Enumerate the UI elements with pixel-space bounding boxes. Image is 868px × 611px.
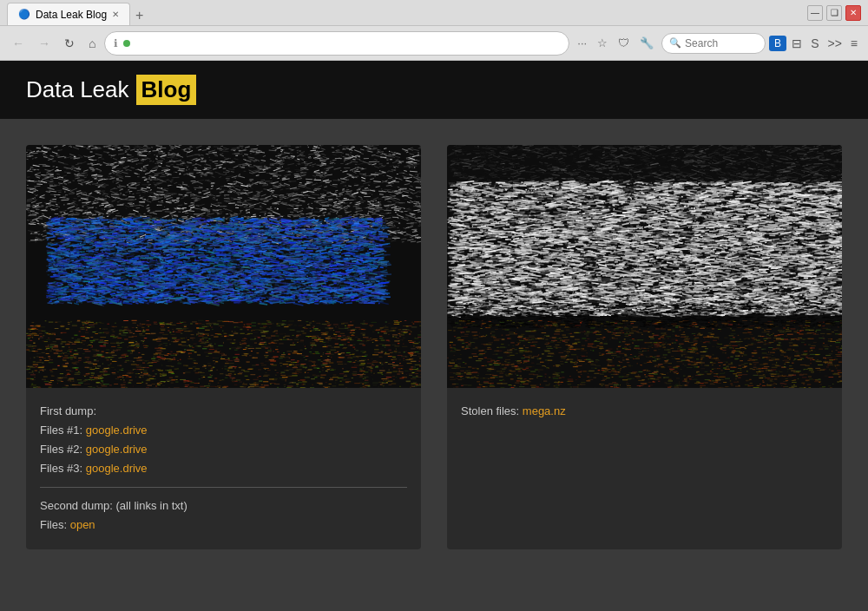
site-title-normal: Data Leak <box>26 76 129 103</box>
secure-indicator <box>123 40 130 47</box>
site-title: Data Leak Blog <box>26 75 842 105</box>
nav-extra-buttons: ··· ☆ 🛡 🔧 <box>573 34 658 52</box>
search-box[interactable]: 🔍 <box>661 33 766 54</box>
card-divider <box>40 487 407 488</box>
files-1-line: Files #1: google.drive <box>40 421 407 440</box>
files-2-link[interactable]: google.drive <box>86 443 148 456</box>
content-area: First dump: Files #1: google.drive Files… <box>0 119 868 575</box>
window-controls: — ❑ ✕ <box>807 5 861 21</box>
files-open-line: Files: open <box>40 516 407 535</box>
webpage-content: Data Leak Blog First dump: Files #1: goo… <box>0 61 868 611</box>
files-1-link[interactable]: google.drive <box>86 424 148 437</box>
back-button[interactable]: ← <box>7 33 30 54</box>
bookmark-button[interactable]: ☆ <box>593 34 612 52</box>
forward-button[interactable]: → <box>33 33 56 54</box>
overflow-button[interactable]: >> <box>824 35 845 52</box>
new-tab-button[interactable]: + <box>130 6 148 25</box>
files-2-line: Files #2: google.drive <box>40 440 407 459</box>
more-button[interactable]: ··· <box>573 34 591 52</box>
menu-button[interactable]: ≡ <box>847 35 861 52</box>
search-icon: 🔍 <box>669 37 681 49</box>
address-bar[interactable]: ℹ <box>104 31 569 56</box>
extension-icon[interactable]: 🔧 <box>635 34 658 52</box>
site-title-highlight: Blog <box>136 75 197 105</box>
profile-icon[interactable]: B <box>769 36 786 51</box>
mega-link[interactable]: mega.nz <box>523 404 566 417</box>
minimize-button[interactable]: — <box>807 5 823 21</box>
search-input[interactable] <box>685 37 754 49</box>
tab-favicon: 🔵 <box>18 9 30 20</box>
noise-image-right <box>447 145 842 388</box>
files-3-link[interactable]: google.drive <box>86 462 148 475</box>
navigation-bar: ← → ↻ ⌂ ℹ ··· ☆ 🛡 🔧 🔍 B ⊟ S >> ≡ <box>0 26 868 61</box>
browser-icon-group: B ⊟ S >> ≡ <box>769 35 861 52</box>
card-left: First dump: Files #1: google.drive Files… <box>26 145 421 549</box>
noise-image-left <box>26 145 421 388</box>
card-right: Stolen files: mega.nz <box>447 145 842 549</box>
second-dump-label: Second dump: (all links in txt) <box>40 496 407 516</box>
browser-frame: 🔵 Data Leak Blog ✕ + — ❑ ✕ ← → ↻ ⌂ ℹ ···… <box>0 0 868 611</box>
card-left-image <box>26 145 421 388</box>
first-dump-label: First dump: <box>40 402 407 421</box>
maximize-button[interactable]: ❑ <box>826 5 842 21</box>
active-tab[interactable]: 🔵 Data Leak Blog ✕ <box>7 3 130 25</box>
card-right-body: Stolen files: mega.nz <box>447 388 842 435</box>
tab-close-button[interactable]: ✕ <box>112 10 119 19</box>
info-icon: ℹ <box>114 37 118 49</box>
site-header: Data Leak Blog <box>0 61 868 119</box>
tab-bar: 🔵 Data Leak Blog ✕ + <box>7 0 148 25</box>
close-button[interactable]: ✕ <box>845 5 861 21</box>
title-bar: 🔵 Data Leak Blog ✕ + — ❑ ✕ <box>0 0 868 26</box>
refresh-button[interactable]: ↻ <box>59 33 80 54</box>
account-icon[interactable]: S <box>807 35 822 52</box>
shield-icon[interactable]: 🛡 <box>614 34 634 52</box>
home-button[interactable]: ⌂ <box>83 33 101 54</box>
card-left-body: First dump: Files #1: google.drive Files… <box>26 388 421 549</box>
tab-title: Data Leak Blog <box>36 9 107 21</box>
stolen-caption: Stolen files: mega.nz <box>461 404 566 417</box>
sidebar-icon[interactable]: ⊟ <box>788 35 806 52</box>
card-right-image <box>447 145 842 388</box>
files-open-link[interactable]: open <box>70 518 95 531</box>
files-3-line: Files #3: google.drive <box>40 459 407 478</box>
